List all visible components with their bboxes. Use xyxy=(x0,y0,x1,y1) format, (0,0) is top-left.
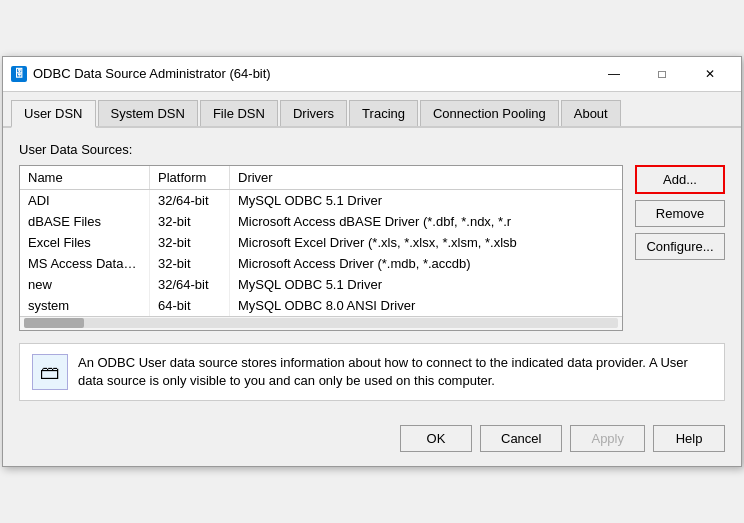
cell-name: system xyxy=(20,295,150,316)
apply-button[interactable]: Apply xyxy=(570,425,645,452)
minimize-button[interactable]: — xyxy=(591,63,637,85)
cancel-button[interactable]: Cancel xyxy=(480,425,562,452)
cell-driver: Microsoft Access dBASE Driver (*.dbf, *.… xyxy=(230,211,622,232)
title-bar-left: 🗄 ODBC Data Source Administrator (64-bit… xyxy=(11,66,271,82)
list-item[interactable]: new 32/64-bit MySQL ODBC 5.1 Driver xyxy=(20,274,622,295)
ok-button[interactable]: OK xyxy=(400,425,472,452)
cell-driver: MySQL ODBC 5.1 Driver xyxy=(230,190,622,211)
info-icon: 🗃 xyxy=(32,354,68,390)
data-sources-list: Name Platform Driver ADI 32/64-bit MySQL… xyxy=(19,165,623,331)
tab-bar: User DSN System DSN File DSN Drivers Tra… xyxy=(3,92,741,128)
app-icon: 🗄 xyxy=(11,66,27,82)
tab-connection-pooling[interactable]: Connection Pooling xyxy=(420,100,559,126)
tab-system-dsn[interactable]: System DSN xyxy=(98,100,198,126)
configure-button[interactable]: Configure... xyxy=(635,233,725,260)
cell-name: new xyxy=(20,274,150,295)
list-item[interactable]: MS Access Database 32-bit Microsoft Acce… xyxy=(20,253,622,274)
cell-platform: 32/64-bit xyxy=(150,190,230,211)
list-header: Name Platform Driver xyxy=(20,166,622,190)
main-area: Name Platform Driver ADI 32/64-bit MySQL… xyxy=(19,165,725,331)
list-item[interactable]: system 64-bit MySQL ODBC 8.0 ANSI Driver xyxy=(20,295,622,316)
list-body[interactable]: ADI 32/64-bit MySQL ODBC 5.1 Driver dBAS… xyxy=(20,190,622,316)
remove-button[interactable]: Remove xyxy=(635,200,725,227)
info-text: An ODBC User data source stores informat… xyxy=(78,354,712,390)
window-controls: — □ ✕ xyxy=(591,63,733,85)
header-name: Name xyxy=(20,166,150,189)
tab-file-dsn[interactable]: File DSN xyxy=(200,100,278,126)
list-item[interactable]: Excel Files 32-bit Microsoft Excel Drive… xyxy=(20,232,622,253)
cell-platform: 32-bit xyxy=(150,211,230,232)
tab-drivers[interactable]: Drivers xyxy=(280,100,347,126)
bottom-bar: OK Cancel Apply Help xyxy=(3,415,741,466)
header-platform: Platform xyxy=(150,166,230,189)
scrollbar-thumb[interactable] xyxy=(24,318,84,328)
cell-platform: 32-bit xyxy=(150,253,230,274)
window-title: ODBC Data Source Administrator (64-bit) xyxy=(33,66,271,81)
help-button[interactable]: Help xyxy=(653,425,725,452)
cell-driver: Microsoft Excel Driver (*.xls, *.xlsx, *… xyxy=(230,232,622,253)
add-button[interactable]: Add... xyxy=(635,165,725,194)
cell-name: ADI xyxy=(20,190,150,211)
cell-name: dBASE Files xyxy=(20,211,150,232)
list-item[interactable]: ADI 32/64-bit MySQL ODBC 5.1 Driver xyxy=(20,190,622,211)
tab-content: User Data Sources: Name Platform Driver … xyxy=(3,128,741,415)
cell-driver: Microsoft Access Driver (*.mdb, *.accdb) xyxy=(230,253,622,274)
side-buttons: Add... Remove Configure... xyxy=(635,165,725,331)
cell-platform: 32-bit xyxy=(150,232,230,253)
cell-driver: MySQL ODBC 5.1 Driver xyxy=(230,274,622,295)
title-bar: 🗄 ODBC Data Source Administrator (64-bit… xyxy=(3,57,741,92)
tab-about[interactable]: About xyxy=(561,100,621,126)
section-label: User Data Sources: xyxy=(19,142,725,157)
header-driver: Driver xyxy=(230,166,622,189)
list-item[interactable]: dBASE Files 32-bit Microsoft Access dBAS… xyxy=(20,211,622,232)
info-box: 🗃 An ODBC User data source stores inform… xyxy=(19,343,725,401)
main-window: 🗄 ODBC Data Source Administrator (64-bit… xyxy=(2,56,742,467)
cell-name: Excel Files xyxy=(20,232,150,253)
close-button[interactable]: ✕ xyxy=(687,63,733,85)
maximize-button[interactable]: □ xyxy=(639,63,685,85)
tab-tracing[interactable]: Tracing xyxy=(349,100,418,126)
scrollbar-track xyxy=(24,318,618,328)
cell-name: MS Access Database xyxy=(20,253,150,274)
horizontal-scrollbar[interactable] xyxy=(20,316,622,330)
cell-platform: 32/64-bit xyxy=(150,274,230,295)
cell-platform: 64-bit xyxy=(150,295,230,316)
tab-user-dsn[interactable]: User DSN xyxy=(11,100,96,128)
cell-driver: MySQL ODBC 8.0 ANSI Driver xyxy=(230,295,622,316)
